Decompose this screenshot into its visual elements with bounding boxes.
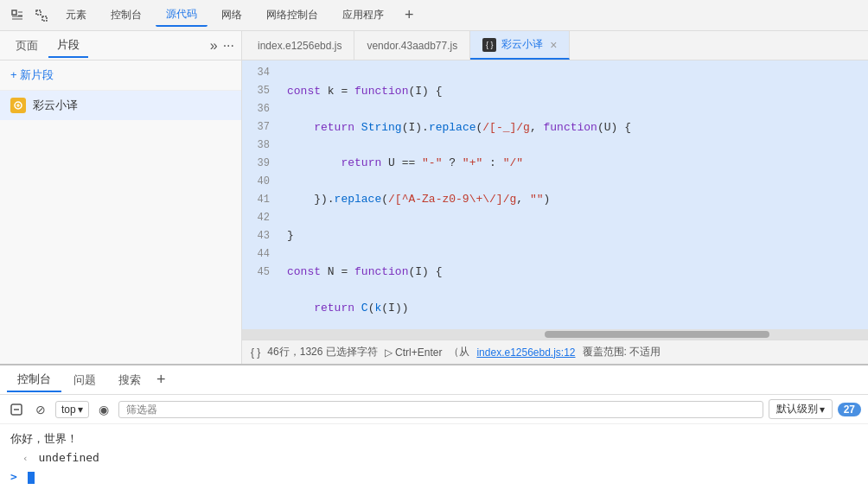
- console-level-selector[interactable]: 默认级别 ▾: [769, 399, 833, 419]
- status-braces: { }: [251, 346, 260, 359]
- editor-tab-caiyun[interactable]: { } 彩云小译 ×: [470, 31, 570, 60]
- status-link[interactable]: index.e1256ebd.js:12: [476, 346, 575, 359]
- sidebar-dots-menu[interactable]: ···: [223, 38, 234, 54]
- console-eye-icon[interactable]: ◉: [94, 400, 113, 419]
- status-bar: { } 46行，1326 已选择字符 ▷ Ctrl+Enter （从 index…: [242, 340, 868, 364]
- horizontal-scrollbar[interactable]: [242, 329, 868, 340]
- editor-tab-index-label: index.e1256ebd.js: [258, 40, 341, 52]
- console-filter-input[interactable]: [118, 401, 763, 418]
- tab-caiyun-icon: { }: [482, 38, 496, 52]
- panel-tab-search[interactable]: 搜索: [108, 369, 151, 391]
- nav-add-tab[interactable]: +: [398, 6, 421, 24]
- console-level-label: 默认级别: [776, 402, 818, 416]
- code-content: const k = function(I) { return String(I)…: [280, 60, 868, 329]
- svg-rect-1: [36, 10, 41, 15]
- editor-tabs: index.e1256ebd.js vendor.43aadb77.js { }…: [242, 31, 868, 60]
- sidebar-more-icon[interactable]: »: [210, 38, 218, 54]
- console-toolbar: ⊘ top ▾ ◉ 默认级别 ▾ 27: [0, 395, 868, 424]
- main-area: 页面 片段 » ··· + 新片段 彩云小译 index.e1256ebd.js: [0, 31, 868, 364]
- console-top-selector[interactable]: top ▾: [55, 401, 89, 418]
- status-position: 46行，1326 已选择字符: [267, 345, 377, 359]
- new-snippet-label: + 新片段: [10, 67, 54, 83]
- status-coverage: 覆盖范围: 不适用: [583, 345, 661, 359]
- editor-tab-vendor-label: vendor.43aadb77.js: [367, 40, 457, 52]
- nav-application[interactable]: 应用程序: [332, 4, 394, 26]
- nav-sources[interactable]: 源代码: [156, 3, 207, 27]
- console-undefined-text: undefined: [38, 451, 99, 464]
- editor-tab-close[interactable]: ×: [550, 38, 557, 52]
- tab-snippets[interactable]: 片段: [48, 34, 88, 58]
- editor-area: index.e1256ebd.js vendor.43aadb77.js { }…: [242, 31, 868, 364]
- console-dropdown-icon: ▾: [78, 404, 83, 416]
- editor-tab-caiyun-label: 彩云小译: [501, 37, 543, 52]
- console-level-arrow: ▾: [820, 404, 825, 416]
- status-from: （从: [449, 345, 469, 359]
- line-numbers: 34 35 36 37 38 39 40 41 42 43 44 45: [242, 60, 280, 329]
- nav-network[interactable]: 网络: [211, 4, 252, 26]
- editor-tab-vendor[interactable]: vendor.43aadb77.js: [354, 31, 470, 60]
- console-cursor: [28, 472, 35, 484]
- console-message-count: 27: [838, 403, 861, 416]
- console-clear-icon[interactable]: ⊘: [31, 400, 50, 419]
- panel-tab-console[interactable]: 控制台: [7, 368, 61, 392]
- console-prompt-symbol: >: [10, 470, 17, 483]
- console-prompt-line: >: [10, 467, 858, 486]
- svg-rect-0: [12, 10, 16, 15]
- console-block-icon[interactable]: [7, 400, 26, 419]
- console-line-undefined: ‹ undefined: [10, 448, 858, 467]
- select-icon[interactable]: [31, 5, 52, 26]
- bottom-panel: 控制台 问题 搜索 + ⊘ top ▾ ◉ 默认级别 ▾ 27 你好，世界！: [0, 364, 868, 502]
- sidebar: 页面 片段 » ··· + 新片段 彩云小译: [0, 31, 242, 364]
- panel-tab-issues[interactable]: 问题: [63, 369, 106, 391]
- top-nav: 元素 控制台 源代码 网络 网络控制台 应用程序 +: [0, 0, 868, 31]
- console-line-hello: 你好，世界！: [10, 429, 858, 448]
- nav-network-console[interactable]: 网络控制台: [256, 4, 329, 26]
- inspect-icon[interactable]: [7, 5, 28, 26]
- code-editor[interactable]: 34 35 36 37 38 39 40 41 42 43 44 45 cons…: [242, 60, 868, 329]
- console-hello-text: 你好，世界！: [10, 432, 78, 445]
- tab-page[interactable]: 页面: [7, 35, 47, 57]
- snippet-name: 彩云小译: [33, 98, 78, 113]
- panel-tabs: 控制台 问题 搜索 +: [0, 365, 868, 395]
- snippet-item-caiyun[interactable]: 彩云小译: [0, 91, 241, 120]
- new-snippet-button[interactable]: + 新片段: [0, 60, 241, 91]
- nav-elements[interactable]: 元素: [55, 4, 97, 26]
- svg-rect-2: [42, 16, 47, 21]
- panel-add-tab[interactable]: +: [156, 371, 166, 389]
- scrollbar-thumb[interactable]: [545, 331, 769, 338]
- console-top-label: top: [61, 404, 76, 416]
- snippet-icon: [10, 98, 26, 113]
- status-run[interactable]: ▷ Ctrl+Enter: [385, 346, 443, 359]
- editor-tab-index[interactable]: index.e1256ebd.js: [246, 31, 354, 60]
- sidebar-tabs: 页面 片段 » ···: [0, 31, 241, 60]
- nav-console[interactable]: 控制台: [100, 4, 152, 26]
- console-output: 你好，世界！ ‹ undefined >: [0, 424, 868, 502]
- console-chevron-icon: ‹: [22, 453, 29, 464]
